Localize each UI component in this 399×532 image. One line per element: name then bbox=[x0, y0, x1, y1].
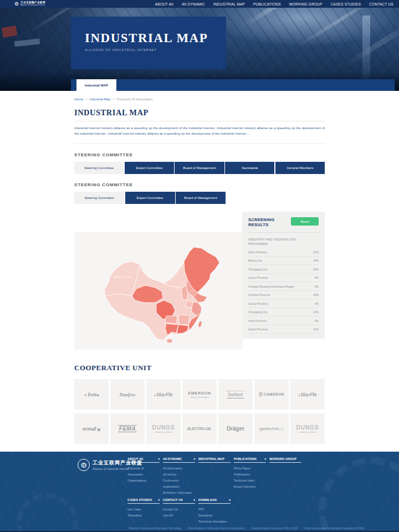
province-label: Guangxi Zhuang Autonomous Region bbox=[248, 285, 294, 288]
footer-link[interactable]: Protocols of Association bbox=[127, 466, 160, 478]
partner-logo-cameron[interactable]: CAMERON bbox=[254, 379, 289, 410]
footer-link[interactable]: Use Case bbox=[127, 507, 160, 513]
footer-link[interactable]: Testedbed bbox=[127, 513, 160, 519]
footer-bottom-link[interactable]: Industrial Internet Consortium (IIC) of … bbox=[251, 527, 298, 530]
tab-board-of-management-1[interactable]: Board of Management bbox=[175, 162, 224, 174]
tab-steering-committee-1[interactable]: Steering Committee bbox=[74, 162, 124, 174]
china-choropleth-map[interactable]: 新疆维吾尔自治区 陕西省 山东省 bbox=[74, 232, 243, 350]
partner-logo-ermaf[interactable]: ermaf bbox=[74, 413, 109, 444]
province-value: 5% bbox=[315, 285, 319, 288]
footer-link[interactable]: Technical information bbox=[198, 519, 231, 525]
partner-logo-dia-flo-2[interactable]: Dia-Flo bbox=[290, 379, 325, 410]
hainan-island bbox=[167, 339, 172, 343]
footer-link[interactable]: Contact Us bbox=[163, 507, 195, 513]
main-content: Home > Industrial Map > Protocols Of Ass… bbox=[0, 91, 399, 452]
hero-active-tab[interactable]: Industrial MAP bbox=[76, 79, 116, 91]
screening-row: Gansu Province 4% bbox=[248, 299, 319, 308]
footer-link[interactable]: Expert Opinions bbox=[234, 484, 266, 490]
partner-logo-burkert[interactable]: bürkert bbox=[218, 379, 253, 410]
tab-expert-committee-2[interactable]: Expert Committee bbox=[125, 192, 175, 204]
nav-item-working-group[interactable]: WORKING GROUP bbox=[289, 2, 323, 6]
reset-button[interactable]: Reset bbox=[291, 217, 319, 226]
footer-link[interactable]: All information bbox=[163, 466, 195, 472]
partner-logo-gastechnic[interactable]: gastechnic bbox=[254, 413, 289, 444]
map-label-shandong: 山东省 bbox=[189, 290, 195, 293]
screening-row: Anhui Province 5% bbox=[248, 316, 319, 325]
screening-results-title: SCREENING RESULTS bbox=[248, 217, 283, 227]
china-map-svg: 新疆维吾尔自治区 陕西省 山东省 bbox=[74, 232, 243, 350]
footer-col-working-group: WORKING GROUP bbox=[269, 457, 301, 496]
top-nav-bar: ⚙ 工业互联网产业联盟 Alliance of Industrial Inter… bbox=[0, 0, 399, 8]
partner-logo-dungs[interactable]: DUNGS Combustion Controls bbox=[146, 413, 181, 444]
province-value: 34% bbox=[313, 259, 319, 262]
footer-link[interactable]: White Paper bbox=[234, 466, 266, 472]
footer-link[interactable]: Standards bbox=[198, 513, 231, 519]
screening-row: Gansu Province 5% bbox=[248, 274, 319, 283]
province-value: 12% bbox=[313, 310, 319, 314]
tab-expert-committee-1[interactable]: Expert Committee bbox=[125, 162, 174, 174]
tab-steering-committee-2[interactable]: Steering Committee bbox=[74, 192, 124, 204]
tab-general-members[interactable]: General Members bbox=[275, 162, 325, 174]
breadcrumb-current: Protocols Of Association bbox=[117, 98, 153, 101]
footer-link[interactable]: Exhibition information bbox=[163, 490, 195, 496]
footer-link[interactable]: Organizations bbox=[127, 478, 160, 484]
footer-col-about-aii: ABOUT AII ▾ Protocols of Association Org… bbox=[127, 457, 160, 496]
footer-col-publications: PUBLICATIONS ▾ White Paper Publications … bbox=[234, 457, 266, 496]
province-label: Anhui Province bbox=[248, 250, 267, 254]
gear-icon: ⚙ bbox=[14, 2, 19, 7]
screening-row: Chongqing City 12% bbox=[248, 308, 319, 317]
tab-secretariat[interactable]: Secretariat bbox=[225, 162, 274, 174]
screening-rows: Anhui Province 12% Beijing City 34% Chon… bbox=[248, 248, 319, 334]
partner-logo-draeger[interactable]: Dräger bbox=[218, 413, 253, 444]
footer: ⚙ 工业互联网产业联盟 Alliance of Industrial Inter… bbox=[0, 452, 399, 532]
partner-logo-danfoss[interactable]: Danfoss bbox=[110, 379, 145, 410]
footer-link[interactable]: Join AII bbox=[163, 513, 195, 519]
partner-logo-electro-oil[interactable]: ELECTRO.OIL bbox=[182, 413, 217, 444]
page-title: INDUSTRIAL MAP bbox=[74, 108, 325, 117]
screening-row: Gansu Province 12% bbox=[248, 325, 319, 334]
hero-sub-nav-bar: Industrial MAP bbox=[71, 79, 395, 91]
nav-item-publications[interactable]: PUBLICATIONS bbox=[253, 2, 281, 6]
partner-logo-dungs-2[interactable]: DUNGS Combustion Controls bbox=[290, 413, 325, 444]
footer-link[interactable]: Publications bbox=[234, 472, 266, 478]
footer-bottom-link[interactable]: Ministry of Industry and Information Tec… bbox=[129, 527, 181, 530]
hero-title-box: INDUSTRIAL MAP ALLIANCE OF INDUSTRIAL IN… bbox=[71, 17, 226, 69]
screening-row: Anhui Province 12% bbox=[248, 248, 319, 257]
footer-link[interactable]: All activity bbox=[163, 472, 195, 478]
hero-subtitle: ALLIANCE OF INDUSTRIAL INTERNET bbox=[85, 48, 226, 52]
brand-name-en: Alliance of Industrial Internet bbox=[21, 4, 45, 7]
breadcrumb-industrial-map[interactable]: Industrial Map bbox=[90, 98, 111, 101]
nav-item-about-aii[interactable]: ABOUT AII bbox=[155, 2, 173, 6]
nav-item-aii-dynamic[interactable]: AII DYNAMIC bbox=[182, 2, 205, 6]
partner-logo-fema[interactable]: FEMA bbox=[110, 413, 145, 444]
screening-results-panel: SCREENING RESULTS Reset INDUSTRY AND TEC… bbox=[242, 212, 325, 339]
nav-item-contact-us[interactable]: CONTACT US bbox=[369, 2, 393, 6]
breadcrumb-home[interactable]: Home bbox=[74, 98, 83, 101]
brand-logo[interactable]: ⚙ 工业互联网产业联盟 Alliance of Industrial Inter… bbox=[14, 2, 45, 7]
footer-link[interactable]: PPT bbox=[198, 507, 231, 513]
screening-row: Beijing City 34% bbox=[248, 257, 319, 265]
caret-down-icon: ▾ bbox=[158, 457, 160, 461]
taiwan-island bbox=[198, 321, 202, 328]
province-value: 42% bbox=[313, 268, 319, 271]
nav-item-industrial-map[interactable]: INDUSTRIAL MAP bbox=[213, 2, 245, 6]
partner-logo-dia-flo[interactable]: Dia-Flo bbox=[146, 379, 181, 410]
province-label: Beijing City bbox=[248, 259, 262, 262]
footer-bottom-link[interactable]: China Academy of Information and Communi… bbox=[187, 527, 245, 530]
partner-logo-delta[interactable]: Delta bbox=[74, 379, 109, 410]
footer-col-contact-us: CONTACT US ▾ Contact Us Join AII bbox=[163, 498, 195, 525]
hero-banner: INDUSTRIAL MAP ALLIANCE OF INDUSTRIAL IN… bbox=[0, 8, 399, 91]
breadcrumb: Home > Industrial Map > Protocols Of Ass… bbox=[74, 98, 325, 101]
footer-link[interactable]: Conference organization bbox=[163, 478, 195, 490]
caret-down-icon: ▾ bbox=[229, 498, 231, 502]
province-label: Gansu Province bbox=[248, 328, 268, 331]
footer-bottom-link[interactable]: China Communications Standards Associati… bbox=[304, 527, 365, 530]
footer-link[interactable]: Technical Index bbox=[234, 478, 266, 484]
tab-board-of-management-2[interactable]: Board of Management bbox=[176, 192, 226, 204]
partner-logo-grid: Delta Danfoss Dia-Flo EMERSON Climate Te… bbox=[74, 379, 325, 444]
partner-logo-emerson[interactable]: EMERSON Climate Technologies bbox=[182, 379, 217, 410]
province-label: Guizhou Province bbox=[248, 293, 270, 296]
nav-item-cases-studies[interactable]: CASES STUDIES bbox=[331, 2, 361, 6]
footer-nav-row-2: CASES STUDIES ▾ Use Case Testedbed CONTA… bbox=[127, 498, 231, 525]
province-label: Anhui Province bbox=[248, 319, 267, 323]
